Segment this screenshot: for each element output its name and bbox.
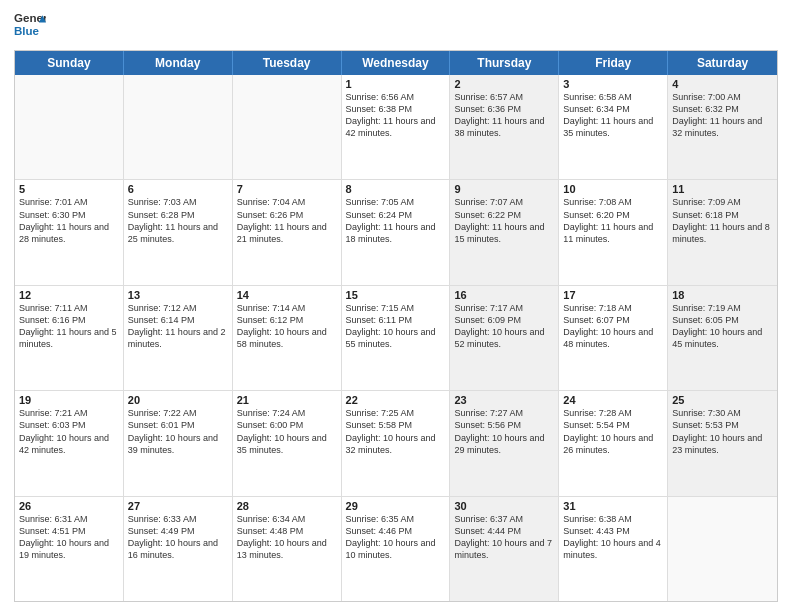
calendar-cell	[15, 75, 124, 179]
day-info: Sunrise: 7:01 AM Sunset: 6:30 PM Dayligh…	[19, 196, 119, 245]
day-info: Sunrise: 7:03 AM Sunset: 6:28 PM Dayligh…	[128, 196, 228, 245]
svg-text:Blue: Blue	[14, 25, 40, 37]
calendar-week-2: 5Sunrise: 7:01 AM Sunset: 6:30 PM Daylig…	[15, 180, 777, 285]
calendar-cell: 26Sunrise: 6:31 AM Sunset: 4:51 PM Dayli…	[15, 497, 124, 601]
calendar-cell: 2Sunrise: 6:57 AM Sunset: 6:36 PM Daylig…	[450, 75, 559, 179]
day-number: 23	[454, 394, 554, 406]
day-number: 25	[672, 394, 773, 406]
day-info: Sunrise: 7:18 AM Sunset: 6:07 PM Dayligh…	[563, 302, 663, 351]
calendar-cell	[124, 75, 233, 179]
calendar-cell: 18Sunrise: 7:19 AM Sunset: 6:05 PM Dayli…	[668, 286, 777, 390]
page-header: General Blue	[14, 10, 778, 42]
day-number: 17	[563, 289, 663, 301]
day-number: 16	[454, 289, 554, 301]
calendar-cell: 12Sunrise: 7:11 AM Sunset: 6:16 PM Dayli…	[15, 286, 124, 390]
calendar-cell: 10Sunrise: 7:08 AM Sunset: 6:20 PM Dayli…	[559, 180, 668, 284]
day-info: Sunrise: 7:19 AM Sunset: 6:05 PM Dayligh…	[672, 302, 773, 351]
day-info: Sunrise: 7:15 AM Sunset: 6:11 PM Dayligh…	[346, 302, 446, 351]
calendar-cell: 4Sunrise: 7:00 AM Sunset: 6:32 PM Daylig…	[668, 75, 777, 179]
calendar: SundayMondayTuesdayWednesdayThursdayFrid…	[14, 50, 778, 602]
logo-icon: General Blue	[14, 10, 46, 42]
day-number: 20	[128, 394, 228, 406]
day-number: 14	[237, 289, 337, 301]
calendar-cell	[233, 75, 342, 179]
day-info: Sunrise: 7:24 AM Sunset: 6:00 PM Dayligh…	[237, 407, 337, 456]
calendar-cell: 28Sunrise: 6:34 AM Sunset: 4:48 PM Dayli…	[233, 497, 342, 601]
day-number: 19	[19, 394, 119, 406]
day-info: Sunrise: 6:57 AM Sunset: 6:36 PM Dayligh…	[454, 91, 554, 140]
calendar-cell: 29Sunrise: 6:35 AM Sunset: 4:46 PM Dayli…	[342, 497, 451, 601]
day-number: 1	[346, 78, 446, 90]
day-number: 11	[672, 183, 773, 195]
day-number: 29	[346, 500, 446, 512]
calendar-cell: 21Sunrise: 7:24 AM Sunset: 6:00 PM Dayli…	[233, 391, 342, 495]
calendar-cell: 7Sunrise: 7:04 AM Sunset: 6:26 PM Daylig…	[233, 180, 342, 284]
calendar-cell: 5Sunrise: 7:01 AM Sunset: 6:30 PM Daylig…	[15, 180, 124, 284]
day-info: Sunrise: 7:22 AM Sunset: 6:01 PM Dayligh…	[128, 407, 228, 456]
calendar-cell: 22Sunrise: 7:25 AM Sunset: 5:58 PM Dayli…	[342, 391, 451, 495]
day-number: 3	[563, 78, 663, 90]
day-info: Sunrise: 7:07 AM Sunset: 6:22 PM Dayligh…	[454, 196, 554, 245]
calendar-cell: 19Sunrise: 7:21 AM Sunset: 6:03 PM Dayli…	[15, 391, 124, 495]
calendar-header: SundayMondayTuesdayWednesdayThursdayFrid…	[15, 51, 777, 75]
calendar-week-3: 12Sunrise: 7:11 AM Sunset: 6:16 PM Dayli…	[15, 286, 777, 391]
day-info: Sunrise: 6:31 AM Sunset: 4:51 PM Dayligh…	[19, 513, 119, 562]
calendar-cell: 17Sunrise: 7:18 AM Sunset: 6:07 PM Dayli…	[559, 286, 668, 390]
day-number: 18	[672, 289, 773, 301]
day-info: Sunrise: 6:56 AM Sunset: 6:38 PM Dayligh…	[346, 91, 446, 140]
day-info: Sunrise: 7:27 AM Sunset: 5:56 PM Dayligh…	[454, 407, 554, 456]
day-info: Sunrise: 6:58 AM Sunset: 6:34 PM Dayligh…	[563, 91, 663, 140]
header-day-friday: Friday	[559, 51, 668, 75]
day-number: 5	[19, 183, 119, 195]
calendar-cell: 8Sunrise: 7:05 AM Sunset: 6:24 PM Daylig…	[342, 180, 451, 284]
day-number: 26	[19, 500, 119, 512]
day-info: Sunrise: 6:37 AM Sunset: 4:44 PM Dayligh…	[454, 513, 554, 562]
header-day-saturday: Saturday	[668, 51, 777, 75]
day-info: Sunrise: 7:21 AM Sunset: 6:03 PM Dayligh…	[19, 407, 119, 456]
calendar-cell: 30Sunrise: 6:37 AM Sunset: 4:44 PM Dayli…	[450, 497, 559, 601]
day-info: Sunrise: 7:09 AM Sunset: 6:18 PM Dayligh…	[672, 196, 773, 245]
day-info: Sunrise: 7:11 AM Sunset: 6:16 PM Dayligh…	[19, 302, 119, 351]
calendar-body: 1Sunrise: 6:56 AM Sunset: 6:38 PM Daylig…	[15, 75, 777, 601]
header-day-sunday: Sunday	[15, 51, 124, 75]
day-info: Sunrise: 7:14 AM Sunset: 6:12 PM Dayligh…	[237, 302, 337, 351]
day-number: 28	[237, 500, 337, 512]
day-info: Sunrise: 7:25 AM Sunset: 5:58 PM Dayligh…	[346, 407, 446, 456]
calendar-week-5: 26Sunrise: 6:31 AM Sunset: 4:51 PM Dayli…	[15, 497, 777, 601]
day-number: 10	[563, 183, 663, 195]
day-number: 4	[672, 78, 773, 90]
header-day-monday: Monday	[124, 51, 233, 75]
day-number: 12	[19, 289, 119, 301]
day-info: Sunrise: 6:35 AM Sunset: 4:46 PM Dayligh…	[346, 513, 446, 562]
calendar-week-4: 19Sunrise: 7:21 AM Sunset: 6:03 PM Dayli…	[15, 391, 777, 496]
calendar-cell: 31Sunrise: 6:38 AM Sunset: 4:43 PM Dayli…	[559, 497, 668, 601]
calendar-cell: 9Sunrise: 7:07 AM Sunset: 6:22 PM Daylig…	[450, 180, 559, 284]
day-info: Sunrise: 7:00 AM Sunset: 6:32 PM Dayligh…	[672, 91, 773, 140]
day-info: Sunrise: 7:08 AM Sunset: 6:20 PM Dayligh…	[563, 196, 663, 245]
day-number: 6	[128, 183, 228, 195]
day-number: 30	[454, 500, 554, 512]
day-info: Sunrise: 6:38 AM Sunset: 4:43 PM Dayligh…	[563, 513, 663, 562]
calendar-cell	[668, 497, 777, 601]
calendar-cell: 20Sunrise: 7:22 AM Sunset: 6:01 PM Dayli…	[124, 391, 233, 495]
day-info: Sunrise: 7:04 AM Sunset: 6:26 PM Dayligh…	[237, 196, 337, 245]
day-info: Sunrise: 7:30 AM Sunset: 5:53 PM Dayligh…	[672, 407, 773, 456]
calendar-cell: 15Sunrise: 7:15 AM Sunset: 6:11 PM Dayli…	[342, 286, 451, 390]
day-info: Sunrise: 7:12 AM Sunset: 6:14 PM Dayligh…	[128, 302, 228, 351]
day-number: 15	[346, 289, 446, 301]
calendar-cell: 1Sunrise: 6:56 AM Sunset: 6:38 PM Daylig…	[342, 75, 451, 179]
day-number: 2	[454, 78, 554, 90]
calendar-cell: 24Sunrise: 7:28 AM Sunset: 5:54 PM Dayli…	[559, 391, 668, 495]
calendar-cell: 14Sunrise: 7:14 AM Sunset: 6:12 PM Dayli…	[233, 286, 342, 390]
day-number: 21	[237, 394, 337, 406]
header-day-thursday: Thursday	[450, 51, 559, 75]
calendar-cell: 23Sunrise: 7:27 AM Sunset: 5:56 PM Dayli…	[450, 391, 559, 495]
day-info: Sunrise: 6:34 AM Sunset: 4:48 PM Dayligh…	[237, 513, 337, 562]
calendar-cell: 16Sunrise: 7:17 AM Sunset: 6:09 PM Dayli…	[450, 286, 559, 390]
day-number: 9	[454, 183, 554, 195]
day-number: 8	[346, 183, 446, 195]
header-day-wednesday: Wednesday	[342, 51, 451, 75]
calendar-cell: 13Sunrise: 7:12 AM Sunset: 6:14 PM Dayli…	[124, 286, 233, 390]
day-number: 7	[237, 183, 337, 195]
calendar-week-1: 1Sunrise: 6:56 AM Sunset: 6:38 PM Daylig…	[15, 75, 777, 180]
